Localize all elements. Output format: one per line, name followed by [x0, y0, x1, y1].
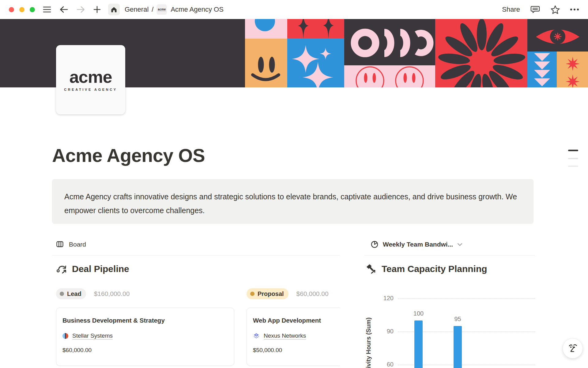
board-section: Board Deal Pipeline Lead $160,000.00 Bus…	[52, 236, 340, 368]
card-title: Business Development & Strategy	[62, 317, 228, 324]
fullscreen-window-button[interactable]	[30, 7, 35, 12]
board-view-icon	[56, 240, 64, 248]
page-icon-text: acme	[158, 8, 166, 11]
capacity-view-label: Weekly Team Bandwi...	[383, 241, 453, 248]
art-tile-triangles	[527, 52, 557, 87]
chart-bar-value: 95	[449, 316, 467, 323]
art-tile-sparkles	[287, 38, 344, 87]
client-link[interactable]: Nexus Networks	[264, 332, 306, 339]
ellipsis-icon	[570, 9, 572, 10]
team-capacity-heading: Team Capacity Planning	[365, 263, 487, 275]
sparkle-art	[303, 62, 333, 87]
art-tile-oddc	[344, 19, 435, 65]
art-tile-flower	[435, 19, 527, 87]
eye-art	[527, 19, 588, 52]
status-pill-lead[interactable]: Lead	[56, 288, 86, 299]
circle-art	[255, 19, 275, 31]
art-tile-smiley	[245, 39, 287, 87]
board-group-lead: Lead $160,000.00	[56, 288, 130, 299]
acme-logo-card: acme CREATIVE AGENCY	[56, 45, 125, 114]
callout: Acme Agency crafts innovative designs an…	[52, 179, 533, 224]
pie-chart-icon	[371, 240, 379, 248]
chart-y-axis-label: Activity Hours (Sum)	[365, 317, 372, 368]
stars-art	[557, 52, 588, 87]
toc-dash	[568, 158, 578, 159]
board-view-label: Board	[69, 241, 86, 248]
star-icon	[550, 5, 560, 14]
chart-tick-label: 90	[374, 328, 394, 335]
titlebar: General / acme Acme Agency OS Share	[0, 0, 588, 19]
breadcrumb-separator: /	[152, 6, 153, 13]
capacity-chart: Activity Hours (Sum) 120906010095	[364, 288, 535, 368]
art-tile-sparks	[287, 19, 344, 38]
page-icon: acme	[156, 4, 167, 15]
app-window: General / acme Acme Agency OS Share	[0, 0, 588, 368]
card-amount: $60,000.00	[62, 347, 228, 354]
notion-ai-button[interactable]	[563, 338, 583, 358]
capacity-view-header[interactable]: Weekly Team Bandwi...	[371, 240, 462, 248]
art-tile-circle	[245, 19, 287, 39]
spark-art	[295, 19, 312, 38]
card-amount: $50,000.00	[253, 347, 340, 354]
hammer-icon	[365, 263, 377, 275]
deal-pipeline-heading: Deal Pipeline	[56, 263, 129, 275]
board-card[interactable]: Business Development & Strategy Stellar …	[56, 308, 234, 366]
cover-image: acme CREATIVE AGENCY	[0, 19, 588, 87]
group-sum: $160,000.00	[94, 290, 130, 297]
sparkle-art	[320, 48, 331, 59]
close-window-button[interactable]	[9, 7, 14, 12]
home-icon	[110, 6, 118, 13]
chart-bar	[454, 326, 462, 368]
art-tile-eye	[527, 19, 588, 52]
breadcrumb-page[interactable]: Acme Agency OS	[171, 6, 223, 13]
forward-arrow-icon	[76, 6, 85, 13]
window-controls	[9, 7, 35, 12]
titlebar-actions: Share	[502, 0, 579, 19]
deal-pipeline-title: Deal Pipeline	[72, 264, 129, 274]
forward-button[interactable]	[76, 6, 85, 13]
board-view-header[interactable]: Board	[56, 240, 86, 248]
chart-bar	[414, 320, 423, 368]
card-client-row: Stellar Systems	[62, 332, 228, 339]
status-dot	[60, 292, 64, 296]
divider	[52, 255, 340, 255]
status-dot	[250, 292, 254, 296]
chart-gridline	[398, 298, 535, 299]
home-button[interactable]	[108, 4, 120, 15]
plus-icon	[93, 6, 101, 13]
share-button[interactable]: Share	[502, 6, 520, 13]
group-sum: $60,000.00	[296, 290, 329, 297]
oddc-art	[344, 19, 435, 65]
divider	[364, 255, 535, 255]
table-of-contents-indicator[interactable]	[568, 150, 578, 167]
board-group-proposal: Proposal $60,000.00	[247, 288, 329, 299]
page-title[interactable]: Acme Agency OS	[52, 145, 205, 166]
capacity-section: Weekly Team Bandwi... Team Capacity Plan…	[364, 236, 535, 368]
more-options-button[interactable]	[570, 9, 579, 10]
art-tile-stars	[557, 52, 588, 87]
pipeline-icon	[56, 263, 68, 275]
client-link[interactable]: Stellar Systems	[72, 332, 113, 339]
flower-art	[435, 19, 527, 87]
breadcrumb-general[interactable]: General	[125, 6, 149, 13]
new-tab-button[interactable]	[93, 6, 101, 13]
triangles-art	[527, 52, 557, 87]
card-title: Web App Development	[253, 317, 340, 324]
favorite-button[interactable]	[550, 5, 560, 14]
status-pill-proposal[interactable]: Proposal	[247, 288, 288, 299]
status-label: Lead	[67, 290, 81, 297]
status-label: Proposal	[258, 290, 284, 297]
spark-art	[320, 19, 337, 38]
back-button[interactable]	[59, 6, 68, 13]
toc-dash	[568, 150, 578, 151]
toc-dash	[568, 166, 578, 167]
acme-logo-subtitle: CREATIVE AGENCY	[64, 88, 117, 91]
comment-icon	[530, 5, 540, 14]
nexus-networks-icon	[253, 332, 260, 339]
minimize-window-button[interactable]	[19, 7, 24, 12]
chart-tick-label: 60	[374, 361, 394, 368]
sidebar-menu-button[interactable]	[43, 6, 51, 13]
chevron-down-icon	[457, 243, 462, 246]
board-card[interactable]: Web App Development Nexus Networks $50,0…	[247, 308, 340, 366]
comments-button[interactable]	[530, 5, 540, 14]
